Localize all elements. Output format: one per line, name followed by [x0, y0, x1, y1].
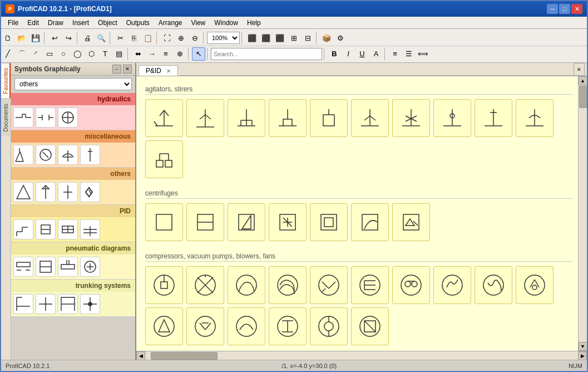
list-item[interactable] [80, 145, 100, 165]
grid-button[interactable]: ⊞ [287, 31, 300, 45]
list-item[interactable] [145, 99, 183, 137]
list-item[interactable] [80, 257, 100, 277]
list-item[interactable] [310, 266, 348, 304]
list-item[interactable] [36, 294, 56, 314]
list-item[interactable] [13, 294, 33, 314]
category-hydraulics-header[interactable]: hydraulics [11, 93, 135, 105]
list-item[interactable] [36, 219, 56, 239]
list-item[interactable] [516, 266, 554, 304]
menu-arrange[interactable]: Arrange [154, 18, 187, 28]
list-item[interactable] [351, 99, 389, 137]
list-item[interactable] [310, 307, 348, 345]
list-item[interactable] [228, 203, 265, 241]
text-italic-button[interactable]: I [342, 47, 355, 61]
list-item[interactable] [145, 266, 183, 304]
line-button[interactable]: ╱ [1, 47, 14, 61]
menu-object[interactable]: Object [93, 18, 122, 28]
vertical-scrollbar[interactable]: ▲ ▼ [578, 76, 587, 351]
list-item[interactable] [228, 307, 265, 345]
category-pneumatic-header[interactable]: pneumatic diagrams [11, 242, 135, 254]
list-item[interactable] [58, 145, 78, 165]
undo-button[interactable]: ↩ [48, 31, 61, 45]
ellipse-button[interactable]: ◯ [71, 47, 84, 61]
list-item[interactable] [186, 99, 224, 137]
hscroll-left-button[interactable]: ◀ [136, 351, 145, 360]
text-size-button[interactable]: A [369, 47, 383, 61]
align-v-button[interactable]: ☰ [402, 47, 416, 61]
category-trunking-header[interactable]: trunking systems [11, 280, 135, 292]
print-preview-button[interactable]: 🔍 [95, 31, 108, 45]
arrow-button[interactable]: → [145, 47, 159, 61]
select-button[interactable]: ⛶ [160, 31, 174, 45]
scroll-thumb[interactable] [579, 86, 587, 108]
circle-button[interactable]: ○ [57, 47, 70, 61]
align-right-button[interactable]: ⬛ [273, 31, 286, 45]
textbox-button[interactable]: ▤ [112, 47, 126, 61]
list-item[interactable] [269, 203, 307, 241]
paste-button[interactable]: 📋 [141, 31, 155, 45]
list-item[interactable] [269, 99, 307, 137]
list-item[interactable] [310, 99, 348, 137]
text-button[interactable]: T [98, 47, 112, 61]
list-item[interactable] [392, 266, 430, 304]
list-item[interactable] [145, 140, 183, 178]
list-item[interactable] [186, 266, 224, 304]
save-button[interactable]: 💾 [29, 31, 42, 45]
list-item[interactable] [433, 99, 471, 137]
properties-button[interactable]: ⚙ [334, 31, 347, 45]
menu-window[interactable]: Window [210, 18, 243, 28]
list-item[interactable] [58, 107, 78, 128]
list-item[interactable] [433, 266, 471, 304]
list-item[interactable] [145, 203, 183, 241]
list-item[interactable] [228, 99, 265, 137]
list-item[interactable] [58, 182, 78, 202]
list-item[interactable] [351, 203, 389, 241]
copy-button[interactable]: ⎘ [127, 31, 141, 45]
open-button[interactable]: 📂 [15, 31, 28, 45]
zoom-out-button[interactable]: ⊖ [188, 31, 201, 45]
align-left-button[interactable]: ⬛ [245, 31, 259, 45]
redo-button[interactable]: ↪ [62, 31, 75, 45]
close-button[interactable]: ✕ [571, 4, 582, 14]
menu-file[interactable]: File [3, 18, 23, 28]
list-item[interactable] [58, 294, 78, 314]
category-others-header[interactable]: others [11, 168, 135, 180]
panel-pin-button[interactable]: ─ [112, 65, 121, 74]
new-button[interactable]: 🗋 [1, 31, 14, 45]
hscroll-thumb[interactable] [151, 352, 218, 360]
list-item[interactable] [13, 182, 33, 202]
list-item[interactable] [475, 266, 512, 304]
list-item[interactable] [80, 294, 100, 314]
polygon-button[interactable]: ⬡ [85, 47, 98, 61]
print-button[interactable]: 🖨 [81, 31, 94, 45]
list-item[interactable] [310, 203, 348, 241]
curve-button[interactable]: ⌒ [15, 47, 28, 61]
list-item[interactable] [516, 99, 554, 137]
list-item[interactable] [36, 257, 56, 277]
search-input[interactable] [211, 48, 322, 60]
list-item[interactable] [36, 145, 56, 165]
category-dropdown[interactable]: others hydraulics miscellaneous PID pneu… [14, 78, 132, 90]
symbol-library-button[interactable]: 📦 [320, 31, 333, 45]
snap-button[interactable]: ⊟ [301, 31, 314, 45]
tab-favourites[interactable]: Favourites [1, 63, 11, 99]
list-item[interactable] [392, 203, 430, 241]
arc-button[interactable]: ◜ [29, 47, 42, 61]
menu-draw[interactable]: Draw [43, 18, 68, 28]
list-item[interactable] [392, 99, 430, 137]
cut-button[interactable]: ✂ [113, 31, 127, 45]
zoom-select[interactable]: 50% 75% 100% 150% 200% [207, 32, 240, 44]
tab-pid[interactable]: P&ID ✕ [139, 65, 178, 76]
list-item[interactable] [269, 266, 307, 304]
list-item[interactable] [80, 219, 100, 239]
text-underline-button[interactable]: U [355, 47, 369, 61]
zoom-in-button[interactable]: ⊕ [174, 31, 187, 45]
list-item[interactable] [58, 219, 78, 239]
menu-outputs[interactable]: Outputs [122, 18, 154, 28]
align-h-button[interactable]: ≡ [388, 47, 402, 61]
list-item[interactable] [475, 99, 512, 137]
list-item[interactable] [351, 266, 389, 304]
text-bold-button[interactable]: B [328, 47, 341, 61]
list-item[interactable] [186, 307, 224, 345]
list-item[interactable] [13, 257, 33, 277]
